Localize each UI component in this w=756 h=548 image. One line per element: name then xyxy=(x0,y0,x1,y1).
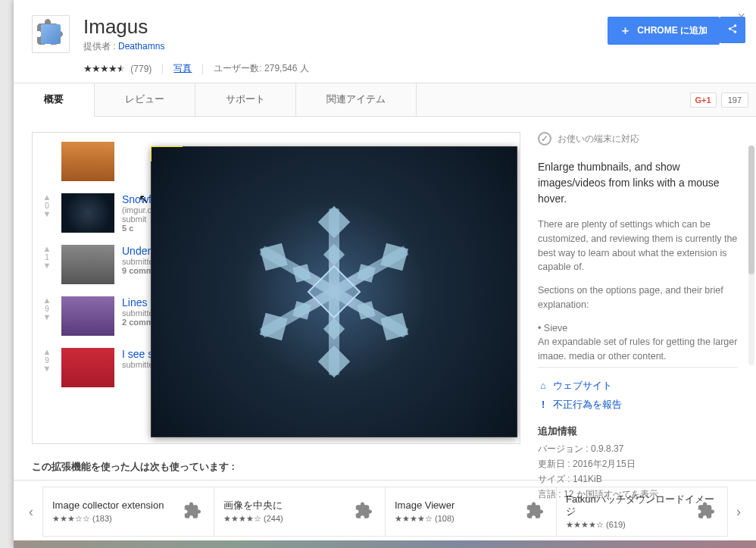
desc-p2: Sections on the options page, and their … xyxy=(538,283,738,312)
rating: ★★★★★ (779) xyxy=(83,63,152,74)
sidebar: お使いの端末に対応 Enlarge thumbnails, and show i… xyxy=(524,132,756,446)
headline: Enlarge thumbnails, and show images/vide… xyxy=(538,159,738,207)
website-link[interactable]: ⌂ ウェブサイト xyxy=(538,377,738,396)
sidebar-links: ⌂ ウェブサイト ! 不正行為を報告 xyxy=(538,367,738,415)
info-version: バージョン : 0.9.8.37 xyxy=(538,441,738,456)
tab-support[interactable]: サポート xyxy=(195,83,296,116)
rating-count: (779) xyxy=(130,64,152,74)
body: ▲0▼ Snowf(imgur.csubmit5 c ▲1▼ Undersubm… xyxy=(14,117,756,454)
check-icon xyxy=(538,132,551,146)
extension-dialog: × ＋ CHROME に追加 Imagus 提供者 : Deathamns ★★… xyxy=(14,0,756,548)
compat-row: お使いの端末に対応 xyxy=(538,132,738,146)
info-size: サイズ : 141KiB xyxy=(538,471,738,487)
provider: 提供者 : Deathamns xyxy=(83,40,309,53)
desc-p1: There are plenty of settings which can b… xyxy=(538,218,738,274)
bullet-sieve: • Sieve An expandable set of rules for g… xyxy=(538,321,738,360)
report-link[interactable]: ! 不正行為を報告 xyxy=(538,396,738,415)
info-updated: 更新日 : 2016年2月15日 xyxy=(538,456,738,471)
meta-row: ★★★★★ (779) 写真 ユーザー数: 279,546 人 xyxy=(83,62,309,75)
gplus: G+1 197 xyxy=(690,83,756,116)
puzzle-icon xyxy=(351,500,377,523)
extension-title: Imagus xyxy=(83,15,309,39)
info-title: 追加情報 xyxy=(538,424,738,439)
category-link[interactable]: 写真 xyxy=(173,62,192,75)
tab-related[interactable]: 関連アイテム xyxy=(296,83,417,116)
puzzle-icon xyxy=(694,500,720,523)
carousel-prev[interactable]: ‹ xyxy=(20,489,42,534)
warning-icon: ! xyxy=(538,399,548,410)
puzzle-icon xyxy=(523,500,548,523)
snowflake-icon xyxy=(251,208,417,375)
extension-icon xyxy=(32,15,70,53)
tab-overview[interactable]: 概要 xyxy=(14,83,95,117)
stars-icon: ★★★★★ xyxy=(83,63,125,74)
related-card-1[interactable]: 画像を中央に ★★★★☆ (244) xyxy=(214,487,386,537)
gplus-button[interactable]: G+1 xyxy=(690,92,717,108)
footer-strip xyxy=(14,540,756,548)
related-card-2[interactable]: Image Viewer ★★★★☆ (108) xyxy=(385,487,557,537)
provider-link[interactable]: Deathamns xyxy=(118,41,164,52)
users-count: ユーザー数: 279,546 人 xyxy=(214,62,308,75)
puzzle-icon xyxy=(180,500,206,523)
screenshot-area: ▲0▼ Snowf(imgur.csubmit5 c ▲1▼ Undersubm… xyxy=(32,132,524,446)
cursor-icon: ↖ xyxy=(139,192,148,206)
tabs: 概要 レビュー サポート 関連アイテム G+1 197 xyxy=(14,83,756,117)
popup-image xyxy=(152,147,517,437)
home-icon: ⌂ xyxy=(538,380,548,391)
hover-popup: 9 / 12 915×686 xyxy=(151,146,517,437)
screenshot: ▲0▼ Snowf(imgur.csubmit5 c ▲1▼ Undersubm… xyxy=(32,132,520,444)
tab-reviews[interactable]: レビュー xyxy=(95,83,195,116)
gplus-count: 197 xyxy=(721,92,748,108)
scrollbar[interactable] xyxy=(748,146,754,365)
compat-label: お使いの端末に対応 xyxy=(558,132,639,146)
related-carousel: ‹ Image collector extension ★★★☆☆ (183) … xyxy=(14,481,756,543)
related-card-0[interactable]: Image collector extension ★★★☆☆ (183) xyxy=(42,487,214,537)
header-info: Imagus 提供者 : Deathamns ★★★★★ (779) 写真 ユー… xyxy=(83,15,309,75)
header: Imagus 提供者 : Deathamns ★★★★★ (779) 写真 ユー… xyxy=(14,0,756,83)
related-card-3[interactable]: Fatkunバッチダウンロードイメージ ★★★★☆ (619) xyxy=(556,487,728,537)
